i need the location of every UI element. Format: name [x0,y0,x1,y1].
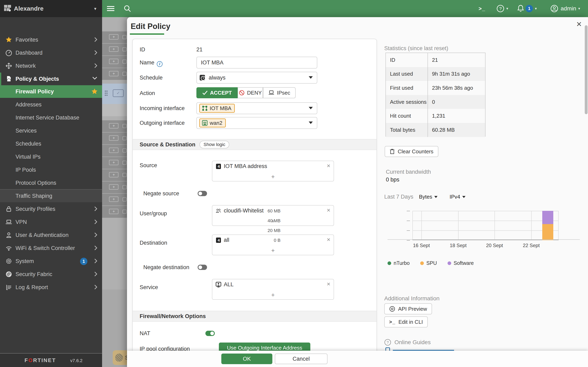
trash-icon [389,149,395,154]
incoming-interface-dropdown[interactable]: IOT MBA [196,102,317,114]
remove-destination-button[interactable]: × [327,236,330,243]
sidebar-item-protocol-options[interactable]: Protocol Options [0,176,102,189]
chevron-right-icon [94,272,97,276]
admin-user-menu[interactable]: admin ▾ [550,4,580,13]
legend-software[interactable]: Software [448,260,474,266]
y-tick-20: 20 MB [268,228,281,233]
sidebar-item-services[interactable]: Services [0,124,102,137]
cli-console-button[interactable]: >_ [479,4,485,13]
online-guides-link[interactable]: ? Online Guides [384,339,431,346]
sidebar-item-firewall-policy[interactable]: Firewall Policy [0,85,102,98]
add-service-button[interactable]: + [212,292,334,299]
chart-legend: nTurbo SPU Software [388,260,474,266]
schedule-label: Schedule [140,75,163,81]
security-fabric-pill-partial[interactable]: S [113,350,129,365]
sidebar-item-network[interactable]: Network [0,59,102,72]
add-destination-button[interactable]: + [212,247,334,254]
sidebar-item-traffic-shaping[interactable]: Traffic Shaping [0,190,102,202]
action-ipsec-button[interactable]: IPsec [263,87,296,98]
sidebar-item-security-profiles[interactable]: Security Profiles [0,203,102,215]
admin-caret-icon: ▾ [578,6,580,11]
sidebar-item-system[interactable]: System 1 [0,255,102,267]
api-preview-button[interactable]: API Preview [384,303,432,314]
table-row: Total bytes60.28 MB [386,123,485,137]
legend-spu[interactable]: SPU [420,260,437,266]
fortinet-logo: FORTINET [25,357,56,364]
search-button[interactable] [124,4,131,13]
menu-toggle-button[interactable] [107,4,114,13]
name-input[interactable]: IOT MBA [196,57,317,68]
favorite-star-icon[interactable] [91,88,98,95]
service-selector[interactable]: ALL × + [212,279,334,300]
sidebar-item-virtual-ips[interactable]: Virtual IPs [0,150,102,163]
sidebar-item-favorites[interactable]: Favorites [0,33,102,46]
clear-counters-button[interactable]: Clear Counters [385,146,438,157]
sidebar-item-dashboard[interactable]: Dashboard [0,47,102,59]
negate-destination-label: Negate destination [143,264,189,271]
destination-selector[interactable]: 4 all × + [212,234,334,255]
sidebar-item-wifi-switch-controller[interactable]: WiFi & Switch Controller [0,242,102,254]
gear-icon [5,258,12,265]
incoming-interface-token[interactable]: IOT MBA [199,104,235,113]
firmware-version-label: v7.6.2 [70,358,82,363]
svg-text:?: ? [499,6,502,11]
action-deny-button[interactable]: DENY [238,87,263,98]
cli-terminal-icon: >_ [389,319,396,325]
add-source-button[interactable]: + [212,173,334,180]
negate-destination-toggle[interactable] [198,265,207,270]
unit-selector[interactable]: Bytes [419,194,438,200]
source-destination-section-header: Source & Destination Show logic [133,139,376,150]
sidebar-item-ip-pools[interactable]: IP Pools [0,164,102,176]
outgoing-interface-label: Outgoing interface [140,120,185,126]
sidebar-footer: FORTINET v7.6.2 [0,353,102,367]
action-accept-button[interactable]: ACCEPT [196,87,238,98]
hostname-menu[interactable]: Alexandre ▾ [0,0,102,17]
remove-source-button[interactable]: × [327,162,330,169]
x-tick-18sept: 18 Sept [446,243,470,248]
remove-service-button[interactable]: × [327,281,330,287]
usergroup-entry[interactable]: cloudifi-Whitelist [216,208,264,214]
negate-source-toggle[interactable] [198,191,207,196]
destination-entry[interactable]: 4 all [216,237,229,243]
close-dialog-button[interactable]: × [573,18,585,30]
sidebar-item-internet-service-database[interactable]: Internet Service Database [0,111,102,124]
chevron-down-icon [92,76,97,80]
deny-prohibit-icon [239,90,245,96]
sidebar-item-user-authentication[interactable]: User & Authentication [0,229,102,242]
nat-toggle[interactable] [205,331,215,336]
outgoing-interface-dropdown[interactable]: wan2 [196,117,317,129]
service-entry[interactable]: ALL [216,281,233,288]
source-entry[interactable]: 4 IOT MBA address [216,163,267,169]
protocol-selector[interactable]: IPv4 [450,194,466,200]
sidebar-item-addresses[interactable]: Addresses [0,98,102,111]
remove-usergroup-button[interactable]: × [327,207,330,214]
sidebar-item-schedules[interactable]: Schedules [0,137,102,150]
notifications-menu[interactable]: 1 ▾ [517,4,537,13]
dashboard-gauge-icon [5,49,12,56]
sidebar-item-security-fabric[interactable]: Security Fabric [0,268,102,281]
current-bandwidth-label: Current bandwidth [386,169,431,175]
cancel-button[interactable]: Cancel [275,354,328,364]
chevron-right-icon [94,285,97,290]
ipv4-address-icon: 4 [216,237,221,243]
show-logic-button[interactable]: Show logic [199,141,229,149]
caret-down-icon [462,196,466,198]
edit-in-cli-button[interactable]: >_ Edit in CLI [384,317,428,327]
outgoing-interface-token[interactable]: wan2 [199,118,226,127]
y-tick-60: 60 MB [268,208,281,214]
statistics-title: Statistics (since last reset) [384,45,448,52]
clipped-guide-link[interactable] [385,347,454,351]
chevron-right-icon [94,63,97,68]
policy-form-card: ID 21 Namei IOT MBA Schedule always Acti… [132,39,377,361]
sidebar-item-log-report[interactable]: Log & Report [0,281,102,294]
source-selector[interactable]: 4 IOT MBA address × + [212,161,334,182]
legend-nturbo[interactable]: nTurbo [388,260,410,266]
schedule-dropdown[interactable]: always [196,72,317,83]
ok-button[interactable]: OK [221,354,272,364]
dialog-scrollbar[interactable] [585,25,588,114]
help-menu[interactable]: ? ▾ [497,4,508,13]
hamburger-icon [107,6,114,11]
sidebar-nav: Favorites Dashboard Network Policy & Obj… [0,17,102,367]
sidebar-item-vpn[interactable]: VPN [0,216,102,228]
sidebar-item-policy-objects[interactable]: Policy & Objects [0,73,102,85]
